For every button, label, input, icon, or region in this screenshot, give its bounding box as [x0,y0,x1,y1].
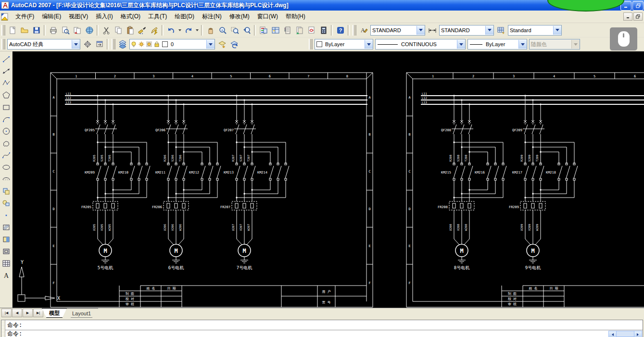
chevron-down-icon[interactable] [365,40,373,49]
point-button[interactable] [0,209,13,221]
redo-button[interactable] [182,24,194,37]
undo-dropdown-button[interactable] [177,25,182,36]
dim-style-button[interactable] [426,24,438,37]
polyline-button[interactable] [0,77,13,89]
workspace-toolbar-grip[interactable] [1,39,5,50]
scroll-thumb[interactable] [617,331,634,337]
region-button[interactable] [0,245,13,257]
menu-item-format[interactable]: 格式(O) [117,11,144,22]
menu-item-file[interactable]: 文件(F) [12,11,38,22]
dim-style-combo[interactable]: STANDARD [439,25,494,36]
3d-dwf-button[interactable] [83,24,95,37]
chevron-down-icon[interactable] [72,40,80,49]
block-editor-button[interactable] [148,24,160,37]
menu-item-tools[interactable]: 工具(T) [144,11,171,22]
menu-item-window[interactable]: 窗口(W) [253,11,282,22]
cut-button[interactable] [100,24,112,37]
match-properties-button[interactable] [136,24,148,37]
chevron-down-icon[interactable] [457,40,465,49]
text-style-button[interactable]: A [357,24,369,37]
chevron-down-icon[interactable] [417,26,425,35]
toolbar-grip[interactable] [1,25,5,36]
make-block-button[interactable] [0,197,13,209]
layer-properties-manager-button[interactable] [116,38,128,50]
make-object-layer-current-button[interactable] [216,38,228,50]
doc-minimize-button[interactable] [623,12,632,21]
layer-lock-icon[interactable] [153,41,160,48]
table-style-combo[interactable]: Standard [508,25,562,36]
drawing-canvas[interactable]: 12345678AABBCCDDEEFFL11L12L13R205U205S20… [13,51,644,308]
doc-restore-button[interactable] [633,12,643,21]
new-button[interactable] [6,24,18,37]
workspace-settings-button[interactable] [81,38,93,50]
menu-item-view[interactable]: 视图(V) [65,11,92,22]
layer-on-bulb-icon[interactable] [130,41,137,48]
layer-previous-button[interactable] [228,38,240,50]
tool-palettes-button[interactable] [281,24,293,37]
chevron-down-icon[interactable] [518,40,527,49]
help-button[interactable]: ? [334,24,346,37]
ellipse-arc-button[interactable] [0,173,13,185]
menu-item-insert[interactable]: 插入(I) [92,11,116,22]
my-workspace-button[interactable] [93,38,105,50]
tab-nav-previous-button[interactable]: ◀ [12,309,22,317]
scroll-right-button[interactable] [634,331,642,337]
tab-nav-last-button[interactable]: ▶| [33,309,43,317]
chevron-down-icon[interactable] [206,40,215,49]
spline-button[interactable] [0,149,13,161]
command-window[interactable]: 命令: 命令: [1,320,643,337]
arc-button[interactable] [0,113,13,125]
tab-nav-next-button[interactable]: ▶ [23,309,33,317]
line-button[interactable] [0,53,13,65]
linetype-combo[interactable]: CONTINUOUS [375,39,466,50]
table-button[interactable] [0,257,13,269]
scroll-left-button[interactable] [608,331,617,337]
command-window-grip[interactable] [1,320,5,337]
layers-toolbar-grip[interactable] [112,39,115,50]
menu-item-edit[interactable]: 编辑(E) [38,11,65,22]
sheet-set-manager-button[interactable] [293,24,305,37]
insert-block-button[interactable] [0,185,13,197]
command-scrollbar[interactable] [608,331,642,337]
plot-preview-button[interactable] [59,24,71,37]
chevron-down-icon[interactable] [485,26,493,35]
design-center-button[interactable] [269,24,281,37]
tab-nav-first-button[interactable]: |◀ [1,309,12,317]
publish-button[interactable] [71,24,83,37]
layer-vp-freeze-icon[interactable] [146,41,152,48]
paste-button[interactable] [124,24,136,37]
undo-button[interactable] [165,24,177,37]
polygon-button[interactable] [0,89,13,101]
menu-item-help[interactable]: 帮助(H) [282,11,309,22]
pan-button[interactable] [204,24,216,37]
chevron-down-icon[interactable] [553,26,561,35]
zoom-window-button[interactable] [228,24,240,37]
menu-item-draw[interactable]: 绘图(D) [171,11,198,22]
save-button[interactable] [30,24,42,37]
redo-dropdown-button[interactable] [194,25,200,36]
zoom-previous-button[interactable] [240,24,253,37]
markup-set-manager-button[interactable] [305,24,317,37]
restore-button[interactable] [632,1,644,11]
hatch-button[interactable] [0,221,13,233]
layer-color-swatch[interactable] [162,41,168,47]
properties-toolbar-grip[interactable] [309,39,313,50]
menu-item-dimension[interactable]: 标注(N) [198,11,226,22]
rectangle-button[interactable] [0,101,13,113]
workspace-combo[interactable]: AutoCAD 经典 [7,39,80,50]
lineweight-combo[interactable]: ByLayer [467,39,527,50]
revision-cloud-button[interactable] [0,137,13,149]
quick-calc-button[interactable] [317,24,329,37]
open-button[interactable] [18,24,30,37]
color-combo[interactable]: ByLayer [315,39,373,50]
circle-button[interactable] [0,125,13,137]
zoom-realtime-button[interactable]: ± [216,24,228,37]
table-style-button[interactable] [495,24,507,37]
menu-item-modify[interactable]: 修改(M) [226,11,253,22]
properties-button[interactable] [257,24,269,37]
ellipse-button[interactable] [0,161,13,173]
copy-button[interactable] [112,24,124,37]
multiline-text-button[interactable]: A [0,269,13,281]
command-input-line[interactable]: 命令: [5,330,643,337]
layer-combo[interactable]: 0 [129,39,215,50]
